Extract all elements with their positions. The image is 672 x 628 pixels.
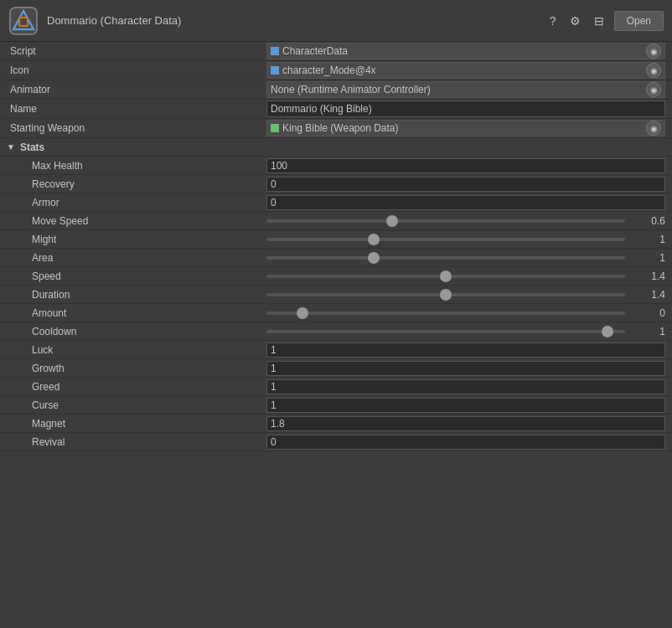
might-track	[266, 238, 625, 241]
cooldown-track	[266, 330, 625, 333]
starting-weapon-value: King Bible (Weapon Data)	[282, 122, 399, 134]
area-label: Area	[7, 252, 266, 264]
magnet-label: Magnet	[7, 418, 266, 430]
greed-input[interactable]	[266, 379, 665, 394]
recovery-label: Recovery	[7, 178, 266, 190]
speed-value: 1.4	[632, 270, 665, 282]
help-button[interactable]: ?	[546, 13, 560, 29]
animator-circle-btn[interactable]: ◉	[646, 82, 661, 97]
magnet-row: Magnet	[0, 414, 672, 433]
duration-row: Duration 1.4	[0, 286, 672, 304]
area-track	[266, 256, 625, 260]
luck-label: Luck	[7, 344, 266, 356]
might-slider-container: 1	[266, 234, 665, 245]
icon-circle-btn[interactable]: ◉	[646, 63, 661, 78]
armor-row: Armor	[0, 193, 672, 212]
revival-input[interactable]	[266, 435, 665, 450]
settings-button[interactable]: ⚙	[566, 13, 584, 29]
script-row: Script CharacterData ◉	[0, 42, 672, 61]
revival-row: Revival	[0, 433, 672, 451]
script-dropdown[interactable]: CharacterData ◉	[266, 43, 665, 59]
cooldown-slider-container: 1	[266, 326, 665, 337]
max-health-row: Max Health	[0, 157, 672, 175]
name-row: Name Dommario (King Bible)	[0, 100, 672, 119]
magnet-input[interactable]	[266, 416, 665, 431]
open-button[interactable]: Open	[614, 11, 664, 31]
animator-dropdown[interactable]: None (Runtime Animator Controller) ◉	[266, 81, 665, 98]
growth-row: Growth	[0, 359, 672, 378]
might-value: 1	[632, 234, 665, 245]
amount-slider-container: 0	[266, 307, 665, 319]
script-dot	[271, 47, 279, 55]
duration-slider-container: 1.4	[266, 289, 665, 301]
armor-input[interactable]	[266, 195, 665, 210]
speed-track	[266, 275, 625, 278]
might-row: Might 1	[0, 230, 672, 249]
icon-value: character_Mode@4x	[282, 64, 376, 76]
stats-section-header[interactable]: ▼ Stats	[0, 138, 672, 157]
weapon-dot	[271, 124, 279, 132]
cooldown-row: Cooldown 1	[0, 322, 672, 341]
luck-input[interactable]	[266, 342, 665, 358]
cooldown-value: 1	[632, 326, 665, 337]
recovery-row: Recovery	[0, 175, 672, 193]
growth-input[interactable]	[266, 361, 665, 376]
starting-weapon-label: Starting Weapon	[7, 122, 266, 134]
duration-value: 1.4	[632, 289, 665, 301]
layers-button[interactable]: ⊟	[591, 13, 607, 29]
cooldown-thumb[interactable]	[602, 326, 613, 337]
move-speed-track	[266, 219, 625, 223]
speed-slider-container: 1.4	[266, 270, 665, 282]
speed-thumb[interactable]	[440, 270, 452, 282]
weapon-circle-btn[interactable]: ◉	[646, 121, 661, 136]
speed-row: Speed 1.4	[0, 267, 672, 286]
max-health-input[interactable]	[266, 158, 665, 173]
move-speed-thumb[interactable]	[386, 215, 398, 227]
starting-weapon-dropdown[interactable]: King Bible (Weapon Data) ◉	[266, 120, 665, 136]
stats-label: Stats	[20, 142, 44, 153]
curse-input[interactable]	[266, 398, 665, 413]
icon-dot	[271, 66, 279, 75]
unity-logo	[8, 6, 39, 36]
animator-row: Animator None (Runtime Animator Controll…	[0, 80, 672, 100]
script-label: Script	[7, 45, 266, 57]
move-speed-slider-container: 0.6	[266, 215, 665, 227]
area-thumb[interactable]	[368, 252, 380, 264]
move-speed-value: 0.6	[632, 215, 665, 227]
title-bar-actions: ? ⚙ ⊟ Open	[546, 11, 664, 31]
name-value: Dommario (King Bible)	[271, 103, 372, 115]
icon-dropdown[interactable]: character_Mode@4x ◉	[266, 62, 665, 79]
amount-row: Amount 0	[0, 304, 672, 322]
stats-triangle-icon: ▼	[7, 142, 15, 152]
amount-value: 0	[632, 307, 665, 319]
recovery-input[interactable]	[266, 177, 665, 192]
cooldown-label: Cooldown	[7, 326, 266, 337]
inspector-panel: Script CharacterData ◉ Icon character_Mo…	[0, 42, 672, 451]
icon-label: Icon	[7, 64, 266, 76]
greed-row: Greed	[0, 378, 672, 396]
duration-track	[266, 293, 625, 296]
might-thumb[interactable]	[368, 234, 380, 245]
greed-label: Greed	[7, 381, 266, 393]
curse-row: Curse	[0, 396, 672, 414]
icon-row: Icon character_Mode@4x ◉	[0, 61, 672, 80]
script-value: CharacterData	[282, 45, 348, 57]
amount-label: Amount	[7, 307, 266, 319]
duration-label: Duration	[7, 289, 266, 301]
script-circle-btn[interactable]: ◉	[646, 44, 661, 59]
move-speed-label: Move Speed	[7, 215, 266, 227]
starting-weapon-row: Starting Weapon King Bible (Weapon Data)…	[0, 119, 672, 138]
amount-track	[266, 311, 625, 315]
move-speed-row: Move Speed 0.6	[0, 212, 672, 230]
area-slider-container: 1	[266, 252, 665, 264]
name-value-field[interactable]: Dommario (King Bible)	[266, 100, 665, 117]
duration-thumb[interactable]	[440, 289, 452, 301]
curse-label: Curse	[7, 399, 266, 411]
might-label: Might	[7, 234, 266, 245]
max-health-label: Max Health	[7, 160, 266, 172]
luck-row: Luck	[0, 341, 672, 359]
amount-thumb[interactable]	[297, 307, 308, 319]
growth-label: Growth	[7, 363, 266, 374]
revival-label: Revival	[7, 436, 266, 448]
animator-value: None (Runtime Animator Controller)	[271, 84, 431, 95]
